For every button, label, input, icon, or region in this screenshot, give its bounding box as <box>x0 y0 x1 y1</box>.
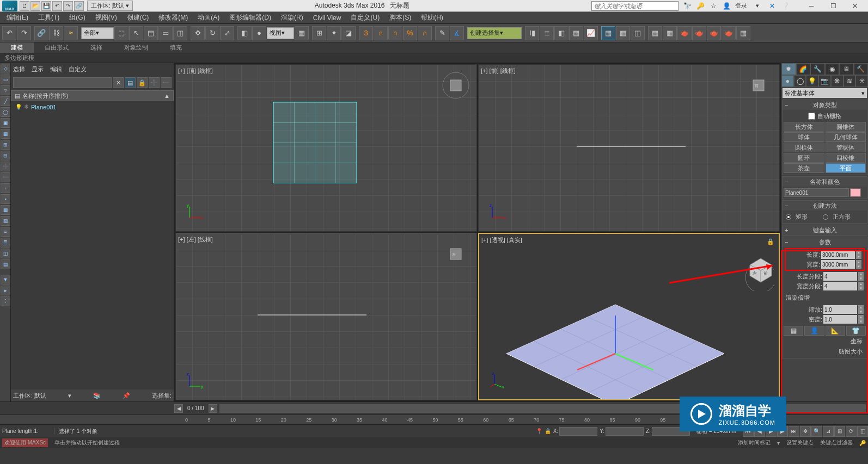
addtime-label[interactable]: 添加时间标记 <box>738 439 771 447</box>
cone-btn[interactable]: 圆锥体 <box>826 122 866 132</box>
viewport-top[interactable]: [+] [顶] [线框] xy <box>175 64 477 232</box>
menu-create[interactable]: 创建(C) <box>123 12 154 23</box>
lt-filter-icon[interactable]: ▼ <box>1 275 10 284</box>
lseg-spinner-btns[interactable]: ▲▼ <box>858 272 864 281</box>
nav-zoom-btn[interactable]: 🔍 <box>811 426 822 437</box>
category-dropdown[interactable]: 标准基本体▾ <box>783 88 867 98</box>
lock-icon[interactable]: 🔒 <box>137 77 148 88</box>
length-spinner[interactable]: 3000.0mm <box>821 250 855 259</box>
viewcube-top[interactable] <box>439 69 472 102</box>
torus-btn[interactable]: 圆环 <box>784 153 824 163</box>
lt-b-icon[interactable]: ▪ <box>1 194 10 204</box>
nav-pan-btn[interactable]: ✥ <box>800 426 811 437</box>
list-view-icon[interactable]: ▤ <box>125 77 136 88</box>
exchange-icon[interactable]: ✕ <box>768 2 777 10</box>
snap-a-btn[interactable]: ∩ <box>374 26 388 40</box>
lt-i-icon[interactable]: ▸ <box>1 286 10 295</box>
scene-header[interactable]: ▤名称(按升序排序)▲ <box>11 90 174 101</box>
tab-select[interactable]: 选择 <box>80 42 113 53</box>
rollout-objtype[interactable]: −对象类型 <box>783 100 867 110</box>
plane-object[interactable] <box>273 102 357 183</box>
timeline-prev-btn[interactable]: ◀ <box>174 404 183 413</box>
menu-tools[interactable]: 工具(T) <box>34 12 64 23</box>
rollout-params[interactable]: −参数 <box>783 237 867 247</box>
viewport-perspective[interactable]: [+] [透视] [真实] 🔒 <box>478 233 780 400</box>
lt-a-icon[interactable]: ▫ <box>1 183 10 193</box>
remove-icon[interactable]: ➖ <box>161 77 172 88</box>
lt-shrink-icon[interactable]: ➖ <box>1 172 10 182</box>
map-icon-2[interactable]: 👤 <box>804 326 824 336</box>
timeline-next-btn[interactable]: ▶ <box>209 404 217 413</box>
menu-views[interactable]: 视图(V) <box>91 12 121 23</box>
rect-radio[interactable] <box>786 214 791 220</box>
rect-select-btn[interactable]: ▭ <box>158 26 173 40</box>
modify-tab-icon[interactable]: 🌈 <box>796 63 811 75</box>
manip-btn[interactable]: ● <box>252 26 266 40</box>
width-spinner[interactable]: 3000.0mm <box>821 260 855 269</box>
tube-btn[interactable]: 管状体 <box>826 143 866 152</box>
teapot2-btn[interactable]: 🫖 <box>692 26 706 40</box>
curve-btn[interactable]: 📈 <box>584 26 598 40</box>
length-spinner-btns[interactable]: ▲▼ <box>856 250 861 259</box>
menu-civil[interactable]: Civil View <box>309 13 346 23</box>
rollout-createmethod[interactable]: −创建方法 <box>783 201 867 211</box>
tab-paint[interactable]: 对象绘制 <box>113 42 159 53</box>
lt-face-icon[interactable]: ▣ <box>1 118 10 128</box>
menu-script[interactable]: 脚本(S) <box>385 12 415 23</box>
lt-j-icon[interactable]: ⋮ <box>1 296 10 306</box>
nav-orbit-btn[interactable]: ⟳ <box>846 426 857 437</box>
menu-edit[interactable]: 编辑(E) <box>2 12 33 23</box>
menu-help[interactable]: 帮助(H) <box>417 12 448 23</box>
pin-icon[interactable]: 📌 <box>123 392 130 399</box>
x-input[interactable] <box>559 427 597 436</box>
close-button[interactable]: ✕ <box>844 1 866 11</box>
undo-btn[interactable]: ↶ <box>2 26 16 40</box>
help-icon[interactable]: ❔ <box>781 2 790 10</box>
schematic-btn[interactable]: ▦ <box>601 26 615 40</box>
workspace-dropdown[interactable]: 工作区: 默认 ▾ <box>87 1 133 11</box>
cube-btn[interactable]: ◪ <box>341 26 356 40</box>
layer-btn[interactable]: ◧ <box>554 26 569 40</box>
tab-modeling[interactable]: 建模 <box>0 42 34 53</box>
framebuf-btn[interactable]: ▦ <box>648 26 662 40</box>
link-btn[interactable]: 🔗 <box>34 26 48 40</box>
rotate-btn[interactable]: ↻ <box>205 26 219 40</box>
cameras-icon[interactable]: 📷 <box>818 75 831 87</box>
plane-btn[interactable]: 平面 <box>826 163 866 173</box>
wseg-spinner[interactable]: 4 <box>823 282 857 290</box>
scene-tab-display[interactable]: 显示 <box>32 65 44 73</box>
nav-fov-btn[interactable]: ⊿ <box>823 426 834 437</box>
pin-icon[interactable]: 📍 <box>536 428 542 434</box>
tab-freeform[interactable]: 自由形式 <box>34 42 80 53</box>
maximize-button[interactable]: ☐ <box>822 1 844 11</box>
viewcube-front[interactable]: 前 <box>742 69 775 102</box>
link-icon[interactable]: 🔗 <box>74 1 84 11</box>
autogrid-checkbox[interactable] <box>808 113 815 120</box>
binoculars-icon[interactable]: 🔭 <box>683 2 692 10</box>
lt-ring-icon[interactable]: ⊟ <box>1 151 10 160</box>
density-spinner[interactable]: 1.0 <box>823 315 857 324</box>
hierarchy-tab-icon[interactable]: 🔧 <box>810 63 825 75</box>
app-icon[interactable]: MAX <box>2 1 17 11</box>
map-icon-1[interactable]: ▦ <box>784 326 803 336</box>
add-icon[interactable]: ➕ <box>149 77 160 88</box>
keyfilter-btn[interactable]: 关键点过滤器 <box>820 439 853 447</box>
pyramid-btn[interactable]: 四棱锥 <box>826 153 866 163</box>
lt-poly-icon[interactable]: ◇ <box>1 64 10 73</box>
motion-tab-icon[interactable]: ◉ <box>825 63 840 75</box>
refspace-dropdown[interactable]: 视图 ▾ <box>267 27 294 39</box>
clear-search-icon[interactable]: ✕ <box>113 77 124 88</box>
display-tab-icon[interactable]: 🖥 <box>839 63 854 75</box>
visibility-icon[interactable]: 💡 <box>15 104 22 110</box>
minimize-button[interactable]: ─ <box>800 1 822 11</box>
menu-anim[interactable]: 动画(A) <box>193 12 224 23</box>
rollout-kbinput[interactable]: +键盘输入 <box>783 225 867 235</box>
geosphere-btn[interactable]: 几何球体 <box>826 132 866 142</box>
center-btn[interactable]: ▦ <box>295 26 309 40</box>
box-btn[interactable]: 长方体 <box>784 122 824 132</box>
lt-h-icon[interactable]: ▤ <box>1 259 10 269</box>
placement-btn[interactable]: ◧ <box>237 26 252 40</box>
setkey-btn[interactable]: 设置关键点 <box>786 439 814 447</box>
wseg-spinner-btns[interactable]: ▲▼ <box>858 282 864 290</box>
cursor-btn[interactable]: ↖ <box>129 26 143 40</box>
